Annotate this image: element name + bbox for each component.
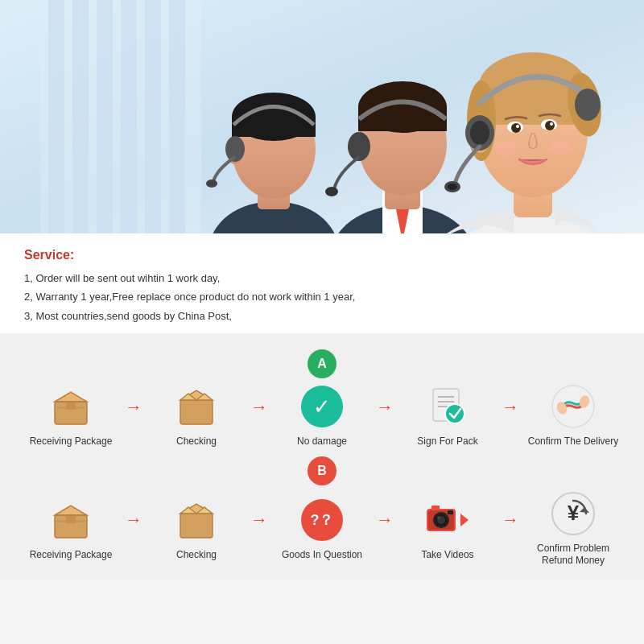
goods-in-question-icon: ?？ xyxy=(298,496,346,544)
badge-row-b: B xyxy=(16,456,628,485)
arrow-a1: → xyxy=(125,397,142,418)
step-a4-label: Sign For Pack xyxy=(417,436,477,448)
step-b3-label: Goods In Question xyxy=(282,549,362,562)
svg-rect-78 xyxy=(448,510,453,514)
step-b2-label: Checking xyxy=(176,549,217,562)
svg-point-39 xyxy=(494,142,517,156)
svg-rect-3 xyxy=(72,0,89,233)
svg-rect-5 xyxy=(121,0,137,233)
svg-point-59 xyxy=(445,404,464,423)
arrow-b1: → xyxy=(125,510,142,530)
svg-rect-7 xyxy=(169,0,185,233)
badge-row-a: A xyxy=(16,349,628,378)
step-a3: ✓ No damage xyxy=(270,382,374,448)
confirm-delivery-icon xyxy=(549,382,597,431)
svg-point-44 xyxy=(575,89,601,121)
svg-point-37 xyxy=(516,125,519,128)
svg-point-40 xyxy=(549,140,572,155)
no-damage-icon: ✓ xyxy=(298,382,346,431)
arrow-b2: → xyxy=(250,510,268,530)
steps-row-a: Receiving Package → Checking → ✓ No xyxy=(16,382,628,448)
take-videos-icon xyxy=(423,496,472,544)
step-a5: Confirm The Delivery xyxy=(521,382,625,448)
checking-icon-a xyxy=(172,382,221,431)
svg-rect-12 xyxy=(232,117,316,137)
step-b4: Take Videos xyxy=(395,496,500,562)
step-b5: ¥ Confirm Problem Refund Money xyxy=(521,489,625,568)
badge-a: A xyxy=(308,349,336,378)
svg-rect-51 xyxy=(56,407,85,409)
step-a1: Receiving Package xyxy=(19,382,123,448)
content-area: Service: 1, Order will be sent out wihti… xyxy=(0,233,644,333)
svg-point-46 xyxy=(448,184,457,190)
svg-point-24 xyxy=(348,132,370,161)
svg-point-43 xyxy=(470,121,489,145)
svg-rect-52 xyxy=(180,400,213,424)
step-b1: Receiving Package xyxy=(19,496,123,562)
svg-text:¥: ¥ xyxy=(568,501,580,525)
sign-pack-icon xyxy=(423,382,472,431)
arrow-a3: → xyxy=(376,397,394,418)
service-title: Service: xyxy=(24,248,620,262)
arrow-b4: → xyxy=(502,510,519,530)
step-b4-label: Take Videos xyxy=(421,549,473,562)
question-circle: ?？ xyxy=(301,499,343,541)
service-item-2: 2, Warranty 1 year,Free replace once pro… xyxy=(24,287,620,306)
step-b5-label: Confirm Problem Refund Money xyxy=(537,543,609,568)
svg-rect-67 xyxy=(56,520,85,522)
svg-rect-4 xyxy=(97,0,113,233)
checking-icon-b xyxy=(172,496,221,544)
step-b3: ?？ Goods In Question xyxy=(270,496,374,562)
svg-rect-6 xyxy=(145,0,161,233)
svg-point-35 xyxy=(511,123,521,133)
workflow-section: A Receiving Package → xyxy=(0,333,644,580)
step-b1-label: Receiving Package xyxy=(30,549,113,562)
arrow-b3: → xyxy=(376,510,394,530)
checkmark-circle: ✓ xyxy=(301,386,343,427)
step-a3-label: No damage xyxy=(297,436,347,448)
step-a2: Checking xyxy=(144,382,249,448)
svg-rect-68 xyxy=(180,514,213,538)
svg-marker-48 xyxy=(55,392,87,402)
step-a4: Sign For Pack xyxy=(395,382,500,448)
svg-marker-79 xyxy=(460,514,469,526)
receiving-package-icon-b xyxy=(47,496,95,544)
service-list: 1, Order will be sent out wihtin 1 work … xyxy=(24,269,620,325)
svg-point-15 xyxy=(206,180,217,188)
arrow-a2: → xyxy=(250,397,268,418)
arrow-a4: → xyxy=(502,397,519,418)
hero-section xyxy=(0,0,644,233)
svg-rect-2 xyxy=(48,0,64,233)
step-b2: Checking xyxy=(144,496,249,562)
receiving-package-icon-a xyxy=(47,382,95,431)
svg-point-36 xyxy=(545,121,555,130)
svg-rect-77 xyxy=(431,506,440,510)
svg-point-76 xyxy=(437,516,440,519)
svg-point-25 xyxy=(325,187,338,196)
step-a1-label: Receiving Package xyxy=(30,436,113,448)
service-item-1: 1, Order will be sent out wihtin 1 work … xyxy=(24,269,620,287)
step-a2-label: Checking xyxy=(176,436,217,448)
steps-row-b: Receiving Package → Checking → ?？ Goods … xyxy=(16,489,628,568)
service-item-3: 3, Most countries,send goods by China Po… xyxy=(24,307,620,325)
svg-point-38 xyxy=(550,122,553,126)
svg-marker-64 xyxy=(55,506,87,515)
confirm-problem-icon: ¥ xyxy=(549,489,597,538)
step-a5-label: Confirm The Delivery xyxy=(528,436,618,448)
badge-b: B xyxy=(308,456,336,485)
